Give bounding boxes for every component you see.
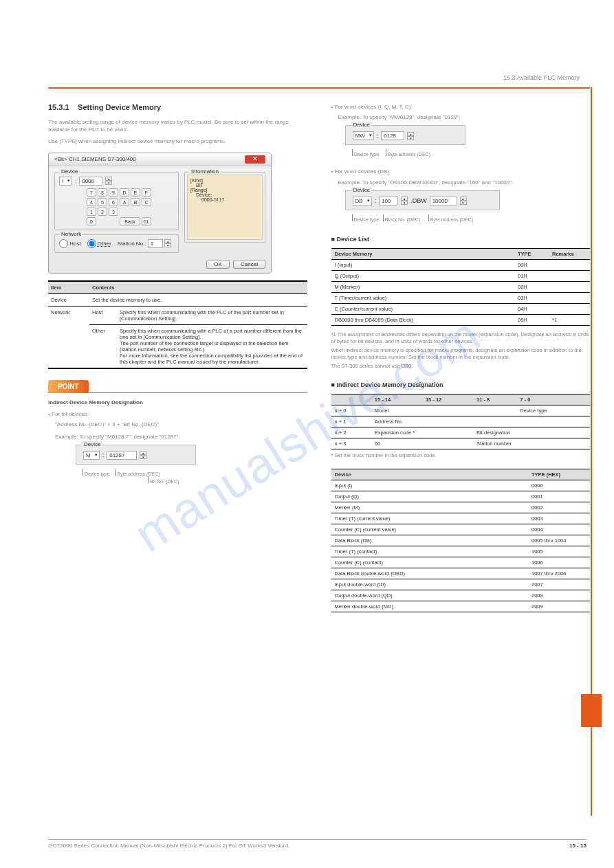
device-dialog: <Bit> CH1 SIEMENS S7-300/400 ✕ Device I … bbox=[48, 153, 272, 274]
key-a[interactable]: A bbox=[120, 198, 129, 206]
station-input[interactable]: 1 bbox=[148, 239, 163, 248]
table-cell: Data Block (DB) bbox=[331, 535, 529, 546]
key-1[interactable]: 1 bbox=[87, 208, 96, 216]
key-2[interactable]: 2 bbox=[98, 208, 107, 216]
intro-text-1: The available setting range of device me… bbox=[48, 118, 307, 133]
table-cell bbox=[549, 303, 590, 314]
table-cell: Merker double-word (MD) bbox=[331, 601, 529, 612]
key-c[interactable]: C bbox=[142, 198, 151, 206]
table-cell: Other bbox=[89, 324, 117, 368]
word-example-2: Example: To specify "DB100.DBW10000", de… bbox=[338, 179, 591, 186]
indirect-note: * Set the block number in the expansion … bbox=[331, 452, 591, 459]
address-input[interactable]: 0128 bbox=[381, 131, 404, 140]
close-icon[interactable]: ✕ bbox=[245, 155, 265, 164]
bit-formula: "Address No. (DEC)" × 8 + "Bit No. (DEC)… bbox=[55, 421, 307, 428]
device-widget-m: Device M : 01287 ▴▾ bbox=[76, 445, 196, 465]
table-cell: Specify this when communicating with a P… bbox=[117, 324, 307, 368]
back-button[interactable]: Back bbox=[120, 217, 140, 225]
key-3[interactable]: 3 bbox=[109, 208, 118, 216]
table-cell: Device bbox=[48, 293, 89, 306]
spinner-icon[interactable]: ▴▾ bbox=[164, 239, 171, 247]
callout: Device type Byte address (DEC) bbox=[352, 149, 591, 157]
cancel-button[interactable]: Cancel bbox=[233, 260, 265, 269]
word-example-1: Example: To specify "MW0128", designate … bbox=[338, 113, 591, 121]
table-cell: Set the device memory to use. bbox=[89, 293, 307, 306]
note-3: The S7-300 series cannot use DB0. bbox=[331, 363, 591, 370]
info-box: [Kind] BIT [Range] Device: 0000-5117 bbox=[187, 175, 263, 240]
table-cell: Counter (C) (contact) bbox=[331, 557, 529, 568]
key-e[interactable]: E bbox=[131, 188, 140, 197]
table-cell: 0001 bbox=[528, 491, 590, 502]
host-radio[interactable]: Host bbox=[59, 241, 81, 247]
table-cell: Timer (T) (current value) bbox=[331, 513, 529, 524]
key-d[interactable]: D bbox=[120, 188, 129, 197]
section-number: 15.3.1 bbox=[48, 103, 69, 111]
ok-button[interactable]: OK bbox=[206, 260, 230, 269]
header-rule bbox=[48, 87, 590, 89]
device-type-select[interactable]: DB bbox=[353, 197, 372, 205]
spinner-icon[interactable]: ▴▾ bbox=[401, 197, 408, 205]
table-cell: 1006 bbox=[528, 557, 590, 568]
table-cell bbox=[549, 259, 590, 270]
table-cell: 2009 bbox=[528, 601, 590, 612]
table-cell bbox=[549, 270, 590, 281]
key-b[interactable]: B bbox=[131, 198, 140, 206]
table-cell: 0000 bbox=[528, 480, 590, 491]
callout: Device type Byte address (DEC) bbox=[83, 469, 307, 476]
header-breadcrumb: 15.3 Available PLC Memory bbox=[503, 74, 580, 81]
address-input[interactable]: 0000 bbox=[79, 177, 102, 186]
address-input[interactable]: 01287 bbox=[107, 451, 137, 460]
key-9[interactable]: 9 bbox=[109, 188, 118, 197]
indirect-table: 15 - 14 13 - 12 11 - 8 7 - 0 n + 0ModelD… bbox=[331, 394, 591, 449]
table-cell: M (Merker) bbox=[331, 281, 515, 292]
device-type-select[interactable]: MW bbox=[353, 131, 374, 140]
device-list-table: Device Memory TYPE Remarks I (Input)00HQ… bbox=[331, 248, 591, 326]
section-title: Setting Device Memory bbox=[78, 103, 161, 111]
table-cell: 1007 thru 2006 bbox=[528, 568, 590, 579]
cl-button[interactable]: CL bbox=[142, 217, 151, 225]
other-radio[interactable]: Other bbox=[87, 241, 111, 247]
dialog-title: <Bit> CH1 SIEMENS S7-300/400 bbox=[54, 156, 136, 162]
key-4[interactable]: 4 bbox=[87, 198, 96, 206]
spinner-icon[interactable]: ▴▾ bbox=[460, 197, 467, 205]
table-cell: 00H bbox=[514, 259, 549, 270]
table-cell: 2008 bbox=[528, 590, 590, 601]
device-list-heading: ■ Device List bbox=[331, 236, 591, 243]
spinner-icon[interactable]: ▴▾ bbox=[140, 451, 146, 459]
byte-addr-input[interactable]: 10000 bbox=[430, 197, 457, 205]
callout: Device type Block No. (DEC) Byte address… bbox=[352, 214, 591, 222]
bullet-bit: • For bit devices: bbox=[48, 410, 307, 418]
table-cell: C (Counter/current value) bbox=[331, 303, 515, 314]
device-table: Item Contents Device Set the device memo… bbox=[48, 280, 307, 369]
spinner-icon[interactable]: ▴▾ bbox=[105, 177, 112, 185]
table-cell: T (Timer/current value) bbox=[331, 292, 515, 303]
device-type-select[interactable]: I bbox=[59, 177, 72, 186]
table-cell: Input double-word (ID) bbox=[331, 579, 529, 590]
table-cell: 0004 bbox=[528, 524, 590, 535]
device-widget-mw: Device MW : 0128 ▴▾ bbox=[345, 125, 465, 145]
table-cell: Specify this when communicating with the… bbox=[117, 306, 307, 324]
key-6[interactable]: 6 bbox=[109, 198, 118, 206]
table-cell: Input (I) bbox=[331, 480, 529, 491]
info-fieldset-label: Information bbox=[189, 168, 221, 175]
table-cell: DB0000 thru DB4095 (Data Block) bbox=[331, 314, 515, 325]
point-subtitle: Indirect Device Memory Designation bbox=[48, 399, 307, 406]
key-f[interactable]: F bbox=[142, 188, 151, 197]
key-0[interactable]: 0 bbox=[87, 217, 96, 225]
table-cell: Timer (T) (contact) bbox=[331, 546, 529, 557]
intro-text-2: Use [TYPE] when assigning indirect devic… bbox=[48, 137, 307, 145]
table-cell: Data Block double-word (DBD) bbox=[331, 568, 529, 579]
table-cell: 0005 thru 1004 bbox=[528, 535, 590, 546]
table-cell: 03H bbox=[514, 292, 549, 303]
table-cell bbox=[549, 292, 590, 303]
table-cell bbox=[549, 281, 590, 292]
block-input[interactable]: 100 bbox=[379, 197, 398, 205]
station-label: Station No.: bbox=[118, 241, 146, 247]
thumb-tab bbox=[581, 694, 602, 727]
key-7[interactable]: 7 bbox=[87, 188, 96, 197]
device-type-select[interactable]: M bbox=[83, 451, 100, 460]
key-8[interactable]: 8 bbox=[98, 188, 107, 197]
key-5[interactable]: 5 bbox=[98, 198, 107, 206]
spinner-icon[interactable]: ▴▾ bbox=[407, 132, 414, 140]
footer: GOT2000 Series Connection Manual (Non-Mi… bbox=[48, 839, 586, 849]
